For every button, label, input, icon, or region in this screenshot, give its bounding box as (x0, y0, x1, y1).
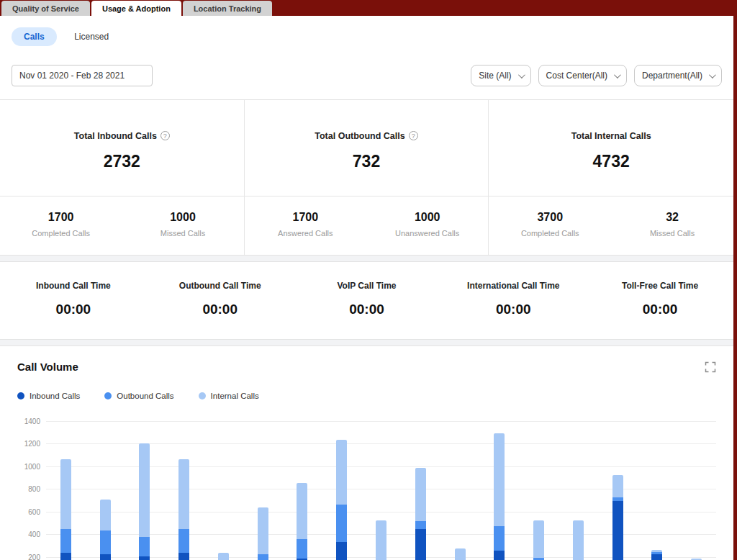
filter-row: Nov 01 2020 - Feb 28 2021 Site (All) Cos… (12, 65, 722, 99)
bar-column (361, 520, 401, 560)
time-label: VoIP Call Time (294, 281, 440, 291)
stat-label: Missed Calls (122, 229, 243, 238)
bar-segment (533, 558, 544, 560)
outbound-unanswered-stat: 1000 Unanswered Calls (366, 197, 488, 255)
internal-missed-stat: 32 Missed Calls (611, 197, 733, 255)
legend-item[interactable]: Outbound Calls (104, 392, 173, 400)
card-title: Total Outbound Calls (315, 131, 404, 141)
bar-segment (60, 553, 71, 560)
bar-segment (376, 520, 386, 560)
info-icon[interactable] (409, 131, 418, 140)
toggle-calls[interactable]: Calls (12, 27, 57, 46)
call-time-row: Inbound Call Time 00:00 Outbound Call Ti… (0, 262, 733, 340)
tab-quality-of-service[interactable]: Quality of Service (1, 1, 90, 16)
toggle-licensed[interactable]: Licensed (74, 32, 109, 42)
time-label: Outbound Call Time (147, 281, 294, 291)
bar-column (283, 483, 322, 560)
site-select-value: Site (All) (479, 71, 511, 81)
y-axis-tick: 1000 (17, 463, 40, 471)
inbound-missed-stat: 1000 Missed Calls (122, 197, 243, 255)
y-axis-tick: 200 (17, 554, 40, 560)
tab-location-tracking[interactable]: Location Tracking (183, 1, 272, 16)
legend-dot-icon (199, 392, 206, 399)
bar-segment (60, 459, 71, 529)
y-axis-tick: 1200 (17, 440, 40, 448)
bar-segment (139, 443, 150, 537)
tab-bar: Quality of Service Usage & Adoption Loca… (0, 0, 737, 16)
stacked-bar (258, 507, 268, 560)
stat-value: 3700 (489, 211, 611, 224)
bar-column (86, 500, 125, 560)
legend-item[interactable]: Inbound Calls (17, 392, 80, 400)
legend-dot-icon (104, 392, 112, 399)
stacked-bar (178, 459, 189, 560)
department-select[interactable]: Department(All) (634, 65, 722, 86)
section-divider (0, 340, 733, 346)
legend-dot-icon (17, 392, 24, 399)
bar-segment (218, 553, 229, 559)
site-select[interactable]: Site (All) (471, 65, 530, 86)
bar-segment (139, 556, 150, 560)
stacked-bar (376, 520, 386, 560)
y-axis-tick: 400 (17, 530, 40, 538)
inbound-completed-stat: 1700 Completed Calls (0, 197, 122, 255)
voip-call-time: VoIP Call Time 00:00 (294, 262, 440, 339)
card-title: Total Inbound Calls (74, 131, 157, 141)
internal-summary-card: Total Internal Calls 4732 3700 Completed… (489, 100, 733, 255)
time-label: Inbound Call Time (0, 281, 147, 291)
bar-segment (415, 468, 426, 521)
toll-free-call-time: Toll-Free Call Time 00:00 (587, 262, 733, 339)
time-value: 00:00 (587, 302, 733, 317)
legend-label: Inbound Calls (30, 392, 80, 400)
bar-segment (573, 520, 584, 560)
time-value: 00:00 (0, 302, 147, 317)
tab-usage-adoption[interactable]: Usage & Adoption (91, 1, 181, 16)
total-internal-value: 4732 (489, 152, 733, 171)
bar-segment (297, 539, 307, 559)
time-label: International Call Time (440, 281, 587, 291)
bar-segment (612, 475, 623, 497)
bar-segment (533, 520, 544, 558)
bar-segment (139, 537, 150, 556)
dashboard-page: Calls Licensed Nov 01 2020 - Feb 28 2021… (0, 16, 733, 560)
bar-segment (258, 507, 268, 554)
info-icon[interactable] (160, 131, 170, 140)
inbound-summary-card: Total Inbound Calls 2732 1700 Completed … (0, 100, 245, 255)
cost-center-select-value: Cost Center(All) (546, 71, 607, 81)
legend-item[interactable]: Internal Calls (199, 392, 259, 400)
stacked-bar (60, 459, 71, 560)
stacked-bar (415, 468, 426, 560)
bar-segment (60, 529, 71, 553)
call-volume-card: Call Volume Inbound CallsOutbound CallsI… (0, 346, 733, 560)
bar-column (598, 475, 638, 560)
chevron-down-icon (614, 71, 621, 78)
bar-segment (651, 554, 662, 560)
stacked-bar (494, 433, 505, 560)
stacked-bar (533, 520, 544, 560)
bar-segment (100, 500, 111, 530)
bar-column (125, 443, 165, 560)
bar-segment (494, 526, 505, 551)
bar-segment (415, 521, 426, 529)
date-range-input[interactable]: Nov 01 2020 - Feb 28 2021 (12, 65, 153, 86)
stacked-bar (336, 440, 347, 560)
cost-center-select[interactable]: Cost Center(All) (538, 65, 627, 86)
stat-label: Missed Calls (611, 229, 733, 238)
bar-column (479, 433, 519, 560)
stacked-bar (218, 553, 229, 560)
bar-column (46, 459, 86, 560)
expand-icon[interactable] (705, 361, 716, 373)
internal-completed-stat: 3700 Completed Calls (489, 197, 611, 255)
bar-segment (178, 529, 189, 553)
section-divider (0, 256, 733, 262)
bar-segment (178, 459, 189, 529)
stacked-bar (612, 475, 623, 560)
stat-value: 1000 (122, 211, 243, 224)
y-axis-tick: 1400 (17, 417, 40, 425)
department-select-value: Department(All) (642, 71, 702, 81)
legend-label: Internal Calls (211, 392, 259, 400)
stat-label: Completed Calls (489, 229, 611, 238)
bar-segment (494, 551, 505, 560)
stacked-bar (455, 548, 466, 560)
y-axis-tick: 600 (17, 508, 40, 516)
